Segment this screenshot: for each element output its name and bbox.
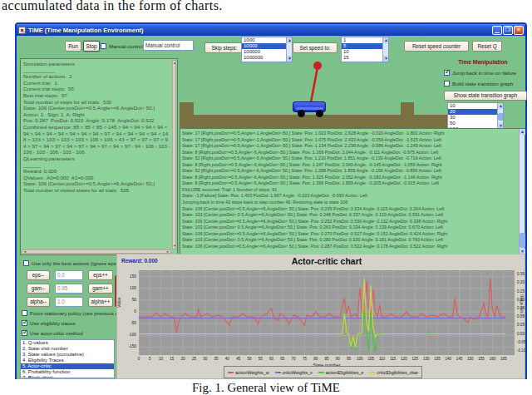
- axis-tick-label: 100: [118, 286, 136, 290]
- scrollbar[interactable]: ▲▼: [497, 103, 503, 129]
- speed-option[interactable]: 10: [342, 49, 388, 55]
- speed-option[interactable]: 1: [342, 37, 388, 43]
- log-line: FAILURE occurred. Trial: 1 Number of ste…: [182, 187, 517, 194]
- legend-item: criticEligibilities_xbar: [369, 370, 418, 375]
- gam-field[interactable]: 0.95: [55, 284, 83, 294]
- jump-window-option[interactable]: 50: [448, 121, 503, 126]
- gam-minus-button[interactable]: gam--: [27, 284, 50, 294]
- chart-option[interactable]: 4. Eligibility Traces: [21, 358, 114, 363]
- eps-plus-button[interactable]: eps++: [88, 270, 113, 280]
- log-scrollbar[interactable]: ▲ ▼: [519, 129, 525, 254]
- build-graph-checkbox[interactable]: [444, 81, 450, 86]
- eligibility-checkbox[interactable]: ✓: [22, 320, 27, 326]
- scroll-up-icon[interactable]: ▲: [498, 103, 504, 109]
- alpha-minus-button[interactable]: alpha--: [27, 297, 50, 307]
- log-line: State: 103 [Center,posDot< 0.5,Angle>=6,…: [182, 225, 517, 231]
- axis-tick-label: -50: [118, 321, 136, 325]
- jump-window-option[interactable]: 30: [448, 115, 503, 121]
- log-area[interactable]: State: 17 [Right,posDot>=0.5,Angle<-1,An…: [180, 128, 525, 255]
- axis-tick-label: 115: [387, 357, 399, 361]
- alpha-plus-button[interactable]: alpha++: [88, 297, 113, 307]
- maximize-button[interactable]: ❐: [503, 26, 513, 35]
- jump-back-checkbox[interactable]: ✓: [444, 70, 450, 76]
- chart-option[interactable]: 6. Probability function: [21, 369, 114, 375]
- simulation-parameters-panel: Simulation parameters___________Number o…: [20, 58, 178, 255]
- log-line: Jumping back in time 42 steps back to st…: [182, 200, 517, 206]
- speed-option[interactable]: 5: [342, 43, 388, 49]
- chart-option[interactable]: 3. State values (cumulative): [21, 352, 114, 358]
- reset-speed-counter-button[interactable]: Reset speed counter: [404, 41, 469, 52]
- chart-option[interactable]: 7. Block chart: [21, 375, 114, 378]
- axis-tick-label: 105: [365, 357, 377, 361]
- chart-option[interactable]: 1. Q-values: [21, 340, 114, 346]
- simulation-parameter-line: QLearning parameters: [23, 156, 170, 162]
- axis-tick-label: 150: [465, 357, 476, 361]
- close-button[interactable]: ✕: [514, 26, 524, 35]
- alpha-field[interactable]: 1.0: [55, 297, 83, 307]
- axis-tick-label: 60: [266, 357, 278, 361]
- log-line: State: 106 [Center,posDot>=0.5,Angle>=6,…: [182, 231, 517, 238]
- vertical-scrollbar[interactable]: ▲▼: [172, 60, 176, 249]
- scrollbar[interactable]: ▲▼: [286, 37, 292, 62]
- log-line: State: 52 [Right,posDot>=0.5,Angle<-6,An…: [182, 156, 517, 162]
- gam-plus-button[interactable]: gam++: [88, 284, 113, 294]
- build-graph-label: Build state transition graph: [452, 81, 513, 86]
- simulation-parameter-line: Current trial: 1: [23, 80, 170, 86]
- skip-steps-option[interactable]: 1000: [242, 37, 292, 43]
- manual-control-checkbox[interactable]: [101, 43, 106, 49]
- run-button[interactable]: Run: [65, 41, 81, 52]
- skip-steps-option[interactable]: 100000: [242, 49, 292, 55]
- axis-tick-label: -150: [118, 344, 136, 348]
- scroll-up-icon[interactable]: ▲: [383, 37, 389, 43]
- scroll-up-icon[interactable]: ▲: [520, 129, 525, 135]
- simulation-parameter-line: Reward: 0.000: [23, 168, 170, 175]
- axis-tick-label: 120: [398, 357, 410, 361]
- axis-tick-label: 135: [431, 357, 443, 361]
- skip-steps-button[interactable]: Skip steps:: [204, 42, 244, 53]
- scroll-down-icon[interactable]: ▼: [383, 56, 389, 62]
- speed-option[interactable]: 15: [342, 55, 388, 61]
- simulation-parameter-line: ___________: [23, 67, 170, 74]
- scroll-thumb[interactable]: [520, 233, 525, 248]
- log-line: State: 106 [Center,posDot>=0.5,Angle>=6,…: [182, 244, 517, 250]
- actor-critic-label: Use actor-critic method: [30, 330, 83, 336]
- set-speed-button[interactable]: Set speed to:: [293, 42, 337, 53]
- force-policy-checkbox[interactable]: [22, 310, 27, 316]
- reset-q-button[interactable]: Reset Q: [472, 41, 502, 52]
- axis-tick-label: 130: [421, 357, 432, 361]
- chart-option[interactable]: 2. State visit number: [21, 346, 114, 352]
- simulation-parameter-line: QValues: A0=0.000 A1=0.000: [23, 175, 170, 181]
- manual-control-input[interactable]: Manual control: [143, 40, 194, 51]
- simulation-parameter-line: ______: [23, 162, 170, 169]
- scrollbar[interactable]: ▲▼: [382, 37, 388, 62]
- force-policy-label: Force stationary policy (use previous ac…: [30, 310, 122, 316]
- axis-tick-label: 45: [233, 357, 244, 361]
- eps-minus-button[interactable]: eps--: [27, 270, 50, 280]
- best-actions-checkbox[interactable]: [23, 260, 29, 266]
- title-bar[interactable]: TiME (Time Manipulation Environment) ▁ ❐…: [17, 24, 525, 36]
- skip-steps-listbox[interactable]: ▲▼ 1000100001000001000000: [241, 37, 293, 62]
- jump-window-option[interactable]: 10: [448, 103, 503, 109]
- right-wall: [401, 102, 414, 128]
- speed-listbox[interactable]: ▲▼ 151015: [341, 37, 389, 62]
- jump-window-listbox[interactable]: ▲▼ 10203050100: [447, 102, 504, 130]
- axis-tick-label: 0: [133, 357, 145, 361]
- show-graph-button[interactable]: Show state transition graph: [444, 91, 527, 101]
- skip-steps-option[interactable]: 10000: [242, 43, 292, 49]
- log-line: State: -1 [Failure] State: Pos: 1.403 Po…: [182, 193, 517, 200]
- axis-tick-label: 0.00: [517, 332, 530, 336]
- chart-option[interactable]: 5. Actor-critic: [21, 363, 114, 369]
- scroll-thumb[interactable]: [498, 113, 504, 121]
- stop-button[interactable]: Stop: [83, 41, 100, 52]
- skip-steps-option[interactable]: 1000000: [242, 55, 292, 61]
- actor-critic-checkbox[interactable]: ✓: [22, 330, 27, 336]
- legend-color-dash: [228, 372, 234, 373]
- scroll-up-icon[interactable]: ▲: [287, 37, 293, 43]
- legend-color-dash: [369, 372, 375, 373]
- chart-select-listbox[interactable]: 1. Q-values2. State visit number3. State…: [20, 339, 115, 378]
- eps-field[interactable]: 0.0: [55, 270, 83, 280]
- jump-window-option[interactable]: 20: [448, 109, 503, 115]
- left-wall: [180, 102, 194, 128]
- minimize-button[interactable]: ▁: [492, 26, 502, 35]
- axis-tick-label: 90: [332, 357, 343, 361]
